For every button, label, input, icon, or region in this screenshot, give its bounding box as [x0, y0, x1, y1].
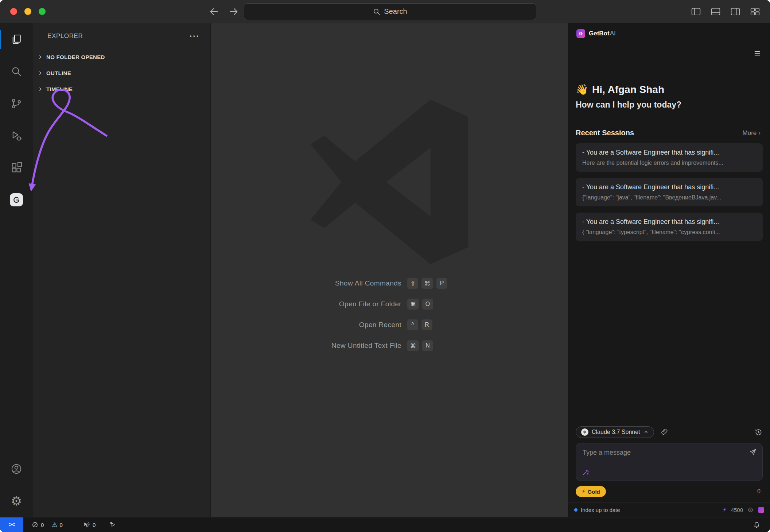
session-card[interactable]: - You are a Software Engineer that has s… — [576, 178, 763, 206]
search-icon — [373, 8, 380, 15]
forward-button[interactable] — [229, 7, 239, 17]
bolt-icon: ⚡ — [582, 488, 586, 495]
shortcut-keys: ^ R — [407, 319, 447, 330]
wave-emoji-icon: 👋 — [576, 84, 588, 96]
activity-item-accounts[interactable] — [0, 453, 33, 485]
getbot-panel: GetBotAI ≡ 👋 Hi, Afgan Shah How can I he… — [568, 23, 770, 517]
history-button[interactable] — [754, 428, 763, 436]
getbot-status-row: Index up to date ⚡ 4500 — [568, 502, 770, 517]
magic-wand-icon — [582, 469, 590, 476]
extensions-icon — [10, 162, 23, 174]
getbot-glyph-icon — [12, 195, 21, 204]
attach-file-button[interactable] — [661, 428, 669, 436]
session-preview: {"language": "java", "filename": "Введен… — [582, 194, 756, 201]
session-title: - You are a Software Engineer that has s… — [582, 149, 756, 156]
menu-icon[interactable]: ≡ — [754, 48, 761, 59]
command-center-search[interactable]: Search — [244, 3, 536, 20]
target-circle-icon[interactable] — [747, 507, 754, 513]
more-label: More — [743, 129, 757, 137]
section-outline[interactable]: OUTLINE — [33, 65, 210, 81]
panel-bottom-icon — [711, 8, 720, 16]
error-circle-icon — [31, 521, 39, 528]
activity-item-search[interactable] — [0, 55, 33, 88]
chevron-right-icon — [37, 54, 43, 60]
activity-item-source-control[interactable] — [0, 88, 33, 120]
layout-grid-icon — [750, 8, 760, 16]
session-card[interactable]: - You are a Software Engineer that has s… — [576, 143, 763, 172]
model-selector-button[interactable]: Claude 3.7 Sonnet — [576, 426, 654, 438]
section-label: TIMELINE — [46, 86, 73, 92]
source-control-branch-icon — [10, 97, 23, 110]
search-icon — [10, 65, 23, 78]
message-count: 0 — [757, 488, 761, 495]
zoom-window-button[interactable] — [39, 8, 46, 15]
minimize-window-button[interactable] — [24, 8, 31, 15]
chevron-right-icon — [37, 70, 43, 76]
send-plane-icon — [749, 448, 757, 456]
shortcut-label: Show All Commands — [335, 279, 401, 287]
keycap: ⌘ — [407, 299, 419, 310]
brand-light: AI — [610, 30, 616, 37]
gold-plan-badge[interactable]: ⚡ Gold — [576, 486, 606, 497]
toggle-panel-button[interactable] — [711, 8, 720, 16]
credits-bolt-icon: ⚡ — [723, 506, 727, 513]
bell-icon — [753, 521, 761, 529]
editor-area: Show All Commands ⇧ ⌘ P Open File or Fol… — [211, 23, 568, 517]
panel-right-icon — [731, 8, 740, 16]
shortcut-keys: ⇧ ⌘ P — [407, 278, 447, 289]
index-status-label: Index up to date — [581, 507, 620, 513]
greeting-heading: 👋 Hi, Afgan Shah — [576, 84, 763, 96]
problems-warnings-button[interactable]: ⚠ 0 — [52, 522, 63, 528]
toggle-primary-sidebar-button[interactable] — [691, 8, 701, 16]
section-timeline[interactable]: TIMELINE — [33, 81, 210, 97]
magic-wand-button[interactable] — [582, 469, 590, 476]
message-input-box — [576, 443, 763, 481]
activity-item-explorer[interactable] — [0, 23, 33, 55]
keycap: O — [422, 299, 433, 310]
section-label: OUTLINE — [46, 70, 71, 76]
more-actions-icon[interactable]: ⋯ — [189, 31, 199, 41]
paperclip-icon — [661, 428, 669, 436]
message-input[interactable] — [582, 448, 727, 457]
more-sessions-button[interactable]: More › — [740, 129, 763, 137]
vscode-logo-watermark — [304, 96, 475, 268]
getbot-logo-icon — [576, 29, 585, 38]
section-no-folder-opened[interactable]: NO FOLDER OPENED — [33, 49, 210, 65]
shortcut-keys: ⌘ O — [407, 299, 447, 310]
gear-icon: ⚙ — [11, 495, 22, 507]
activity-item-settings[interactable]: ⚙ — [0, 485, 33, 517]
session-title: - You are a Software Engineer that has s… — [582, 218, 756, 226]
session-preview: { "language": "typescript", "filename": … — [582, 229, 756, 236]
toggle-secondary-sidebar-button[interactable] — [731, 8, 740, 16]
getbot-swirl-icon — [578, 31, 583, 36]
remote-icon: >< — [9, 521, 15, 528]
keycap: ⌘ — [421, 278, 433, 289]
errors-count: 0 — [41, 522, 44, 528]
back-button[interactable] — [209, 7, 219, 17]
activity-item-extensions[interactable] — [0, 152, 33, 184]
send-button[interactable] — [749, 448, 757, 456]
problems-errors-button[interactable]: 0 — [31, 521, 44, 528]
customize-layout-button[interactable] — [750, 8, 760, 16]
remote-indicator-button[interactable]: >< — [0, 517, 23, 532]
title-bar: Search — [0, 0, 770, 23]
files-icon — [10, 33, 23, 46]
index-status-dot — [574, 508, 578, 512]
getbot-mini-logo-icon[interactable] — [758, 507, 764, 513]
welcome-shortcuts: Show All Commands ⇧ ⌘ P Open File or Fol… — [331, 278, 447, 351]
notifications-button[interactable] — [753, 521, 761, 529]
activity-item-getbot[interactable] — [0, 184, 33, 216]
chevron-right-icon: › — [758, 129, 761, 137]
history-clock-icon — [754, 428, 763, 436]
keycap: P — [436, 278, 447, 289]
search-label: Search — [384, 7, 407, 16]
close-window-button[interactable] — [10, 8, 17, 15]
session-card[interactable]: - You are a Software Engineer that has s… — [576, 213, 763, 241]
activity-item-run-debug[interactable] — [0, 120, 33, 152]
debug-status-button[interactable] — [109, 521, 117, 528]
vscode-window: Search — [0, 0, 770, 532]
forwarded-ports-button[interactable]: 0 — [83, 521, 96, 528]
status-bar: >< 0 ⚠ 0 0 — [0, 517, 770, 532]
status-right-cluster: ⚡ 4500 — [723, 506, 764, 513]
chevron-right-icon — [37, 86, 43, 92]
